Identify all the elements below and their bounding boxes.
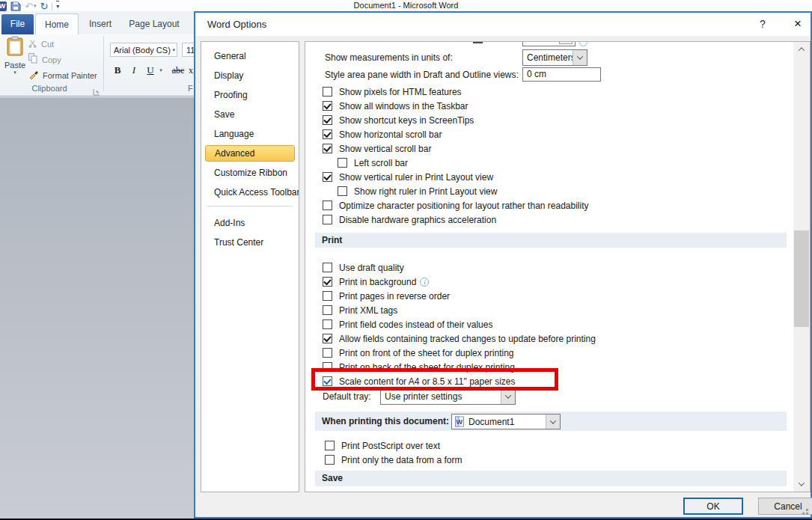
checkbox-row[interactable]: Print field codes instead of their value… (323, 317, 596, 331)
nav-item[interactable]: Add-Ins (201, 213, 299, 233)
checkbox[interactable] (323, 362, 332, 372)
checkbox-row[interactable]: Print in background i (323, 275, 596, 289)
resize-grip[interactable] (806, 513, 808, 515)
style-area-width-input[interactable]: 0 cm (522, 67, 601, 82)
chevron-down-icon[interactable] (573, 50, 587, 65)
checkbox[interactable] (323, 87, 332, 97)
checkbox-row[interactable]: Left scroll bar i (323, 156, 589, 170)
italic-button[interactable]: I (128, 64, 140, 77)
font-group-label-partial: F (188, 84, 193, 93)
measurement-units-select[interactable]: Centimeters (522, 49, 587, 66)
clipped-spinner-input[interactable] (522, 41, 576, 46)
strikethrough-button[interactable]: abc (169, 64, 187, 77)
nav-item[interactable]: Save (201, 105, 299, 124)
checkbox[interactable] (323, 172, 332, 182)
checkbox-row[interactable]: Scale content for A4 or 8.5 x 11" paper … (323, 374, 596, 388)
checkbox[interactable] (323, 376, 332, 386)
checkbox-row[interactable]: Print PostScript over text i (325, 438, 462, 453)
checkbox-row[interactable]: Show shortcut keys in ScreenTips i (323, 113, 589, 127)
checkbox-label: Show pixels for HTML features (339, 87, 462, 97)
checkbox[interactable] (325, 455, 335, 465)
checkbox-row[interactable]: Show vertical scroll bar i (323, 141, 589, 156)
default-tray-select[interactable]: Use printer settings (380, 388, 516, 405)
nav-item-label: General (214, 51, 246, 61)
customize-qat-icon[interactable]: ▾ (56, 1, 59, 12)
checkbox[interactable] (323, 305, 332, 315)
bold-button[interactable]: B (110, 64, 125, 77)
chevron-down-icon[interactable] (501, 389, 515, 404)
checkbox-row[interactable]: Print on back of the sheet for duplex pr… (323, 360, 596, 374)
format-painter-label: Format Painter (43, 71, 97, 80)
info-icon: i (420, 278, 429, 287)
checkbox[interactable] (323, 334, 332, 343)
checkbox[interactable] (325, 441, 335, 450)
cut-button[interactable]: Cut (28, 37, 54, 51)
checkbox-row[interactable]: Allow fields containing tracked changes … (323, 331, 596, 346)
scrollbar-thumb[interactable] (794, 230, 809, 327)
paste-caret-icon: ▾ (1, 70, 28, 76)
spinner-buttons[interactable] (559, 41, 573, 44)
checkbox[interactable] (338, 186, 347, 196)
underline-button[interactable]: U (144, 64, 156, 77)
nav-item[interactable] (201, 206, 299, 213)
underline-caret-icon[interactable]: ▾ (157, 64, 165, 77)
checkbox-row[interactable]: Print on front of the sheet for duplex p… (323, 346, 596, 360)
default-tray-value: Use printer settings (381, 391, 501, 402)
checkbox-row[interactable]: Print pages in reverse order i (323, 289, 596, 303)
tab-insert[interactable]: Insert (81, 13, 120, 34)
checkbox[interactable] (323, 263, 332, 272)
chevron-down-icon[interactable] (546, 415, 560, 429)
tab-file[interactable]: File (1, 14, 34, 34)
undo-caret-icon[interactable]: ▾ (34, 3, 37, 9)
window-title: Document1 - Microsoft Word (0, 0, 812, 11)
checkbox-row[interactable]: Use draft quality i (323, 260, 596, 275)
checkbox-row[interactable]: Print only the data from a form i (325, 453, 462, 467)
checkbox[interactable] (323, 201, 332, 210)
cancel-button[interactable]: Cancel (758, 498, 812, 515)
checkbox-row[interactable]: Optimize character positioning for layou… (323, 198, 589, 212)
checkbox[interactable] (323, 129, 332, 139)
checkbox[interactable] (323, 277, 332, 287)
checkbox-row[interactable]: Print XML tags i (323, 303, 596, 317)
checkbox-row[interactable]: Show right ruler in Print Layout view i (323, 184, 589, 198)
tab-page-layout[interactable]: Page Layout (121, 13, 187, 34)
checkbox[interactable] (323, 319, 332, 329)
dialog-launcher-icon[interactable] (93, 85, 100, 93)
checkbox[interactable] (338, 158, 347, 168)
dialog-header: Word Options ? × (195, 13, 811, 36)
format-painter-button[interactable]: Format Painter (28, 69, 97, 82)
nav-item[interactable]: General (201, 46, 299, 66)
tab-home[interactable]: Home (35, 13, 79, 34)
checkbox-row[interactable]: Show pixels for HTML features i (323, 85, 589, 99)
checkbox-row[interactable]: Show vertical ruler in Print Layout view… (323, 170, 589, 184)
checkbox[interactable] (323, 144, 332, 153)
scrollbar-up-icon[interactable] (793, 42, 810, 57)
vertical-scrollbar[interactable] (793, 42, 810, 492)
checkbox[interactable] (323, 115, 332, 125)
nav-item[interactable]: Language (201, 124, 299, 144)
nav-item[interactable]: Trust Center (201, 233, 299, 252)
checkbox-row[interactable]: Show horizontal scroll bar i (323, 127, 589, 141)
checkbox[interactable] (323, 215, 332, 224)
close-icon[interactable]: × (788, 15, 808, 33)
nav-item[interactable]: Advanced (205, 145, 295, 162)
nav-item[interactable]: Display (201, 66, 299, 85)
scrollbar-down-icon[interactable] (793, 477, 810, 492)
nav-item[interactable]: Proofing (201, 85, 299, 105)
undo-icon[interactable]: ↶▾ (25, 1, 36, 12)
checkbox[interactable] (323, 101, 332, 111)
nav-item[interactable]: Quick Access Toolbar (201, 183, 299, 202)
when-printing-document-select[interactable]: W Document1 (451, 414, 561, 429)
ok-button[interactable]: OK (683, 498, 743, 515)
copy-button[interactable]: Copy (28, 53, 61, 67)
redo-icon[interactable]: ↻ (40, 1, 48, 12)
save-icon[interactable] (10, 1, 21, 12)
nav-item[interactable]: Customize Ribbon (201, 163, 299, 183)
qat-separator (52, 2, 52, 10)
checkbox-row[interactable]: Show all windows in the Taskbar i (323, 99, 589, 113)
help-icon[interactable]: ? (755, 16, 770, 32)
checkbox-row[interactable]: Disable hardware graphics acceleration i (323, 212, 589, 227)
checkbox[interactable] (323, 348, 332, 358)
font-name-select[interactable]: Arial (Body CS) ▾ (110, 43, 177, 57)
checkbox[interactable] (323, 291, 332, 301)
